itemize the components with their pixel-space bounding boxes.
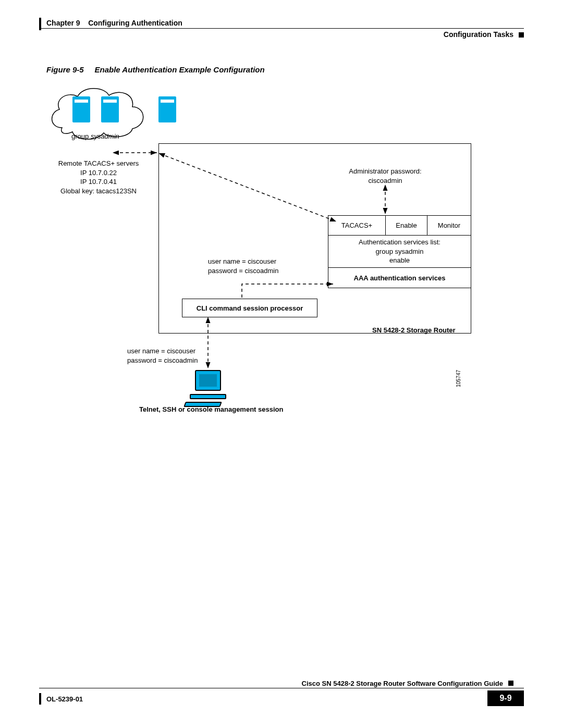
header-section: Configuration Tasks: [444, 30, 524, 39]
credentials-lower: user name = ciscouser password = ciscoad…: [127, 347, 198, 365]
aaa-col-tacacs: TACACS+: [328, 216, 386, 235]
tacacs-line: IP 10.7.0.41: [52, 177, 145, 187]
session-label: Telnet, SSH or console management sessio…: [139, 405, 283, 414]
aaa-header-row: TACACS+ Enable Monitor: [328, 216, 471, 236]
aaa-services-list: Authentication services list: group sysa…: [328, 236, 471, 268]
router-label: SN 5428-2 Storage Router: [372, 326, 456, 335]
aaa-col-monitor: Monitor: [427, 216, 471, 235]
tacacs-info: Remote TACACS+ servers IP 10.7.0.22 IP 1…: [52, 159, 145, 195]
cli-box: CLI command session processor: [182, 299, 317, 317]
figure-number: Figure 9-5: [46, 65, 84, 74]
chapter-title: Configuring Authentication: [88, 19, 182, 27]
figure-title: Enable Authentication Example Configurat…: [95, 65, 265, 74]
aaa-box: TACACS+ Enable Monitor Authentication se…: [328, 215, 471, 288]
creds-line: user name = ciscouser: [127, 347, 198, 356]
footer-rule: [39, 688, 524, 688]
diagram: group sysadmin Remote TACACS+ servers IP…: [46, 81, 474, 419]
terminal-icon: [190, 370, 226, 404]
creds-line: user name = ciscouser: [208, 257, 278, 266]
footer-square-icon: [508, 681, 513, 686]
aaa-col-enable: Enable: [386, 216, 427, 235]
admin-password-label: Administrator password: ciscoadmin: [331, 167, 440, 185]
group-word: group: [71, 132, 89, 140]
server-icon: [72, 96, 90, 122]
diagram-id: 105747: [456, 370, 461, 387]
figure-caption: Figure 9-5 Enable Authentication Example…: [46, 65, 265, 74]
page-number: 9-9: [487, 690, 524, 706]
cloud-group-label: group sysadmin: [71, 132, 119, 141]
admin-line: ciscoadmin: [331, 176, 440, 186]
server-icon: [101, 96, 119, 122]
header-square-icon: [519, 32, 524, 38]
tacacs-line: Global key: tacacs123SN: [52, 187, 145, 196]
creds-line: password = ciscoadmin: [208, 266, 278, 276]
header-chapter: Chapter 9 Configuring Authentication: [46, 19, 182, 27]
aaa-title: AAA authentication services: [328, 268, 471, 288]
tacacs-line: Remote TACACS+ servers: [52, 159, 145, 168]
footer-doc-number: OL-5239-01: [46, 695, 83, 703]
header-rule: [39, 28, 524, 29]
footer-accent-bar: [39, 693, 41, 705]
section-text: Configuration Tasks: [444, 30, 513, 39]
footer-guide-title: Cisco SN 5428-2 Storage Router Software …: [302, 680, 503, 687]
credentials-upper: user name = ciscouser password = ciscoad…: [208, 257, 278, 275]
creds-line: password = ciscoadmin: [127, 356, 198, 365]
page-footer: Cisco SN 5428-2 Storage Router Software …: [39, 688, 524, 714]
tacacs-line: IP 10.7.0.22: [52, 168, 145, 178]
aaa-list-line: group sysadmin: [376, 247, 424, 256]
chapter-label: Chapter 9: [46, 19, 80, 27]
group-name: sysadmin: [91, 132, 119, 140]
admin-line: Administrator password:: [331, 167, 440, 176]
aaa-list-line: Authentication services list:: [359, 238, 440, 247]
server-icon: [158, 96, 176, 122]
aaa-list-line: enable: [389, 256, 410, 265]
